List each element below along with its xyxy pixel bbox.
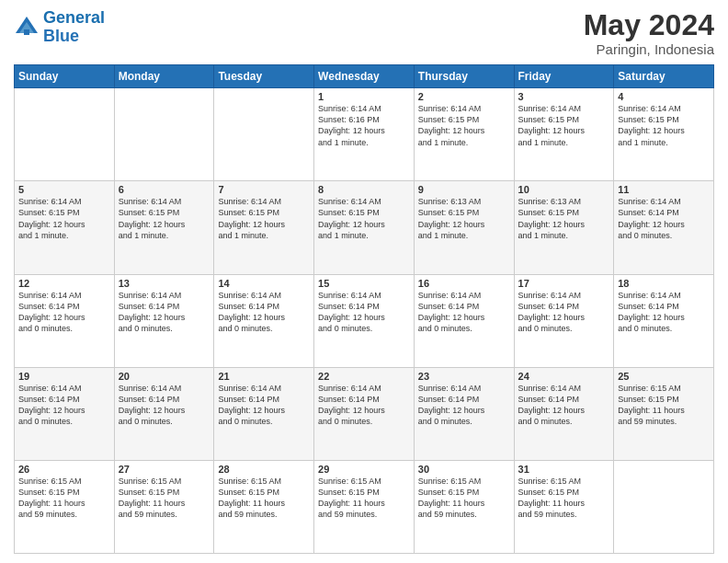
- day-number: 21: [218, 371, 310, 382]
- weekday-header-cell: Sunday: [15, 65, 115, 88]
- day-info: Sunrise: 6:14 AM Sunset: 6:14 PM Dayligh…: [618, 196, 710, 241]
- calendar-week-row: 26Sunrise: 6:15 AM Sunset: 6:15 PM Dayli…: [15, 460, 714, 553]
- header: General Blue May 2024 Paringin, Indonesi…: [14, 9, 714, 57]
- calendar-day-cell: 3Sunrise: 6:14 AM Sunset: 6:15 PM Daylig…: [514, 88, 614, 181]
- day-number: 3: [518, 91, 610, 102]
- logo: General Blue: [14, 9, 105, 46]
- day-info: Sunrise: 6:15 AM Sunset: 6:15 PM Dayligh…: [518, 476, 610, 521]
- day-number: 8: [318, 184, 410, 195]
- calendar-week-row: 1Sunrise: 6:14 AM Sunset: 6:16 PM Daylig…: [15, 88, 714, 181]
- day-info: Sunrise: 6:14 AM Sunset: 6:15 PM Dayligh…: [318, 196, 410, 241]
- day-info: Sunrise: 6:14 AM Sunset: 6:14 PM Dayligh…: [119, 290, 210, 335]
- logo-general: General: [43, 8, 105, 27]
- day-number: 6: [119, 184, 210, 195]
- day-info: Sunrise: 6:15 AM Sunset: 6:15 PM Dayligh…: [18, 476, 110, 521]
- day-info: Sunrise: 6:14 AM Sunset: 6:15 PM Dayligh…: [618, 103, 710, 148]
- day-info: Sunrise: 6:14 AM Sunset: 6:14 PM Dayligh…: [418, 290, 510, 335]
- day-info: Sunrise: 6:15 AM Sunset: 6:15 PM Dayligh…: [418, 476, 510, 521]
- calendar-week-row: 12Sunrise: 6:14 AM Sunset: 6:14 PM Dayli…: [15, 274, 714, 367]
- calendar-day-cell: 15Sunrise: 6:14 AM Sunset: 6:14 PM Dayli…: [314, 274, 415, 367]
- day-number: 28: [218, 464, 310, 475]
- calendar-day-cell: 19Sunrise: 6:14 AM Sunset: 6:14 PM Dayli…: [15, 367, 115, 460]
- day-info: Sunrise: 6:14 AM Sunset: 6:14 PM Dayligh…: [318, 290, 410, 335]
- calendar-day-cell: 24Sunrise: 6:14 AM Sunset: 6:14 PM Dayli…: [514, 367, 614, 460]
- day-number: 20: [119, 371, 210, 382]
- day-number: 25: [618, 371, 710, 382]
- day-number: 23: [418, 371, 510, 382]
- calendar-day-cell: 2Sunrise: 6:14 AM Sunset: 6:15 PM Daylig…: [414, 88, 514, 181]
- calendar-day-cell: [114, 88, 214, 181]
- day-info: Sunrise: 6:14 AM Sunset: 6:14 PM Dayligh…: [518, 290, 610, 335]
- calendar-day-cell: [614, 460, 714, 553]
- day-number: 18: [618, 278, 710, 289]
- day-info: Sunrise: 6:14 AM Sunset: 6:14 PM Dayligh…: [618, 290, 710, 335]
- weekday-header-cell: Monday: [114, 65, 214, 88]
- day-info: Sunrise: 6:15 AM Sunset: 6:15 PM Dayligh…: [119, 476, 210, 521]
- day-number: 24: [518, 371, 610, 382]
- calendar-week-row: 19Sunrise: 6:14 AM Sunset: 6:14 PM Dayli…: [15, 367, 714, 460]
- day-number: 5: [18, 184, 110, 195]
- weekday-header-row: SundayMondayTuesdayWednesdayThursdayFrid…: [15, 65, 714, 88]
- calendar-day-cell: 29Sunrise: 6:15 AM Sunset: 6:15 PM Dayli…: [314, 460, 415, 553]
- day-number: 16: [418, 278, 510, 289]
- day-number: 12: [18, 278, 110, 289]
- calendar-day-cell: 1Sunrise: 6:14 AM Sunset: 6:16 PM Daylig…: [314, 88, 415, 181]
- location: Paringin, Indonesia: [584, 41, 714, 57]
- day-info: Sunrise: 6:14 AM Sunset: 6:14 PM Dayligh…: [218, 383, 310, 428]
- day-number: 11: [618, 184, 710, 195]
- day-number: 22: [318, 371, 410, 382]
- day-info: Sunrise: 6:15 AM Sunset: 6:15 PM Dayligh…: [618, 383, 710, 428]
- calendar-day-cell: 27Sunrise: 6:15 AM Sunset: 6:15 PM Dayli…: [114, 460, 214, 553]
- day-info: Sunrise: 6:15 AM Sunset: 6:15 PM Dayligh…: [218, 476, 310, 521]
- day-number: 14: [218, 278, 310, 289]
- month-title: May 2024: [584, 9, 714, 41]
- day-info: Sunrise: 6:14 AM Sunset: 6:15 PM Dayligh…: [218, 196, 310, 241]
- svg-rect-2: [24, 29, 29, 35]
- day-number: 15: [318, 278, 410, 289]
- day-number: 29: [318, 464, 410, 475]
- day-info: Sunrise: 6:14 AM Sunset: 6:14 PM Dayligh…: [318, 383, 410, 428]
- calendar-day-cell: 26Sunrise: 6:15 AM Sunset: 6:15 PM Dayli…: [15, 460, 115, 553]
- day-number: 31: [518, 464, 610, 475]
- weekday-header-cell: Saturday: [614, 65, 714, 88]
- weekday-header-cell: Friday: [514, 65, 614, 88]
- calendar-day-cell: 23Sunrise: 6:14 AM Sunset: 6:14 PM Dayli…: [414, 367, 514, 460]
- calendar-day-cell: 10Sunrise: 6:13 AM Sunset: 6:15 PM Dayli…: [514, 181, 614, 274]
- calendar-day-cell: 25Sunrise: 6:15 AM Sunset: 6:15 PM Dayli…: [614, 367, 714, 460]
- day-info: Sunrise: 6:14 AM Sunset: 6:15 PM Dayligh…: [518, 103, 610, 148]
- calendar-week-row: 5Sunrise: 6:14 AM Sunset: 6:15 PM Daylig…: [15, 181, 714, 274]
- day-number: 4: [618, 91, 710, 102]
- logo-text: General Blue: [43, 9, 105, 46]
- title-block: May 2024 Paringin, Indonesia: [584, 9, 714, 57]
- logo-blue: Blue: [43, 27, 79, 45]
- day-info: Sunrise: 6:14 AM Sunset: 6:14 PM Dayligh…: [218, 290, 310, 335]
- calendar-day-cell: 13Sunrise: 6:14 AM Sunset: 6:14 PM Dayli…: [114, 274, 214, 367]
- calendar-day-cell: 7Sunrise: 6:14 AM Sunset: 6:15 PM Daylig…: [214, 181, 314, 274]
- calendar-day-cell: 30Sunrise: 6:15 AM Sunset: 6:15 PM Dayli…: [414, 460, 514, 553]
- day-number: 2: [418, 91, 510, 102]
- weekday-header-cell: Tuesday: [214, 65, 314, 88]
- calendar-day-cell: 6Sunrise: 6:14 AM Sunset: 6:15 PM Daylig…: [114, 181, 214, 274]
- calendar-day-cell: 4Sunrise: 6:14 AM Sunset: 6:15 PM Daylig…: [614, 88, 714, 181]
- day-info: Sunrise: 6:14 AM Sunset: 6:15 PM Dayligh…: [119, 196, 210, 241]
- day-info: Sunrise: 6:14 AM Sunset: 6:16 PM Dayligh…: [318, 103, 410, 148]
- day-number: 26: [18, 464, 110, 475]
- weekday-header-cell: Thursday: [414, 65, 514, 88]
- day-number: 1: [318, 91, 410, 102]
- calendar-day-cell: 18Sunrise: 6:14 AM Sunset: 6:14 PM Dayli…: [614, 274, 714, 367]
- day-info: Sunrise: 6:14 AM Sunset: 6:14 PM Dayligh…: [119, 383, 210, 428]
- day-number: 9: [418, 184, 510, 195]
- calendar-day-cell: 9Sunrise: 6:13 AM Sunset: 6:15 PM Daylig…: [414, 181, 514, 274]
- day-number: 10: [518, 184, 610, 195]
- calendar-day-cell: 28Sunrise: 6:15 AM Sunset: 6:15 PM Dayli…: [214, 460, 314, 553]
- day-number: 30: [418, 464, 510, 475]
- calendar-day-cell: 16Sunrise: 6:14 AM Sunset: 6:14 PM Dayli…: [414, 274, 514, 367]
- day-number: 13: [119, 278, 210, 289]
- day-info: Sunrise: 6:14 AM Sunset: 6:14 PM Dayligh…: [518, 383, 610, 428]
- calendar-day-cell: [15, 88, 115, 181]
- calendar-day-cell: [214, 88, 314, 181]
- calendar-day-cell: 22Sunrise: 6:14 AM Sunset: 6:14 PM Dayli…: [314, 367, 415, 460]
- page: General Blue May 2024 Paringin, Indonesi…: [0, 0, 728, 563]
- logo-icon: [14, 15, 40, 40]
- calendar-day-cell: 8Sunrise: 6:14 AM Sunset: 6:15 PM Daylig…: [314, 181, 415, 274]
